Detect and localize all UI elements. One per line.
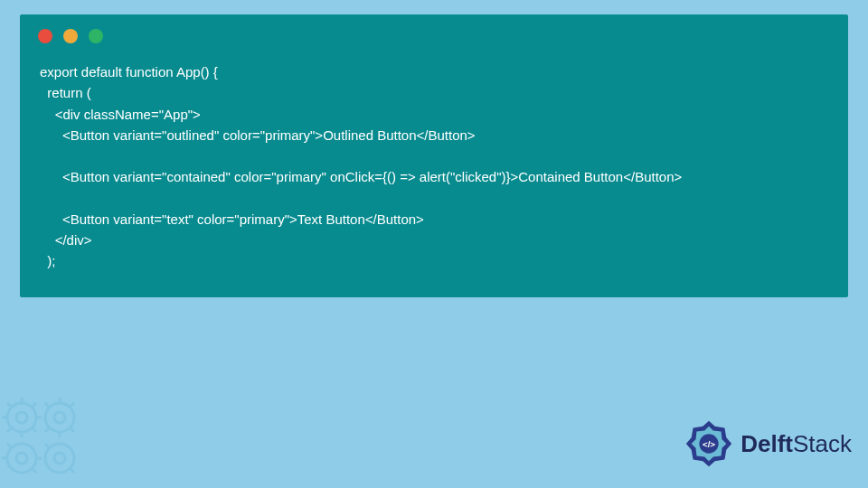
code-line: ); xyxy=(40,253,56,268)
svg-line-15 xyxy=(71,428,74,432)
svg-point-10 xyxy=(45,403,74,432)
code-line: <div className="App"> xyxy=(40,107,201,122)
svg-line-8 xyxy=(7,428,11,432)
svg-line-7 xyxy=(33,428,36,432)
code-line: </div> xyxy=(40,232,92,248)
svg-line-23 xyxy=(33,469,36,473)
window-controls xyxy=(20,14,848,54)
code-line: export default function App() { xyxy=(40,64,218,80)
maximize-icon xyxy=(89,29,103,43)
watermark-gears-icon xyxy=(0,390,94,488)
svg-line-27 xyxy=(71,469,74,473)
code-line: <Button variant="outlined" color="primar… xyxy=(40,127,476,143)
svg-text:</>: </> xyxy=(703,439,715,449)
svg-point-25 xyxy=(54,453,65,464)
svg-line-22 xyxy=(7,444,11,447)
svg-point-1 xyxy=(16,412,27,423)
code-window: export default function App() { return (… xyxy=(20,14,848,297)
brand-logo: </> DelftStack xyxy=(683,418,852,470)
code-line: <Button variant="contained" color="prima… xyxy=(40,169,682,184)
svg-line-17 xyxy=(71,403,74,407)
svg-point-18 xyxy=(7,444,36,473)
code-line: <Button variant="text" color="primary">T… xyxy=(40,211,424,227)
svg-point-24 xyxy=(45,444,74,473)
svg-point-0 xyxy=(7,403,36,432)
svg-line-16 xyxy=(45,428,49,432)
svg-line-9 xyxy=(33,403,36,407)
svg-point-11 xyxy=(54,412,65,423)
minimize-icon xyxy=(63,29,78,43)
code-line: return ( xyxy=(40,85,91,100)
code-content: export default function App() { return (… xyxy=(20,54,848,279)
svg-line-26 xyxy=(45,444,49,447)
logo-icon: </> xyxy=(683,418,735,470)
close-icon xyxy=(38,29,52,43)
svg-line-6 xyxy=(7,403,11,407)
svg-point-19 xyxy=(16,453,27,464)
brand-name: DelftStack xyxy=(741,430,852,458)
svg-line-14 xyxy=(45,403,49,407)
